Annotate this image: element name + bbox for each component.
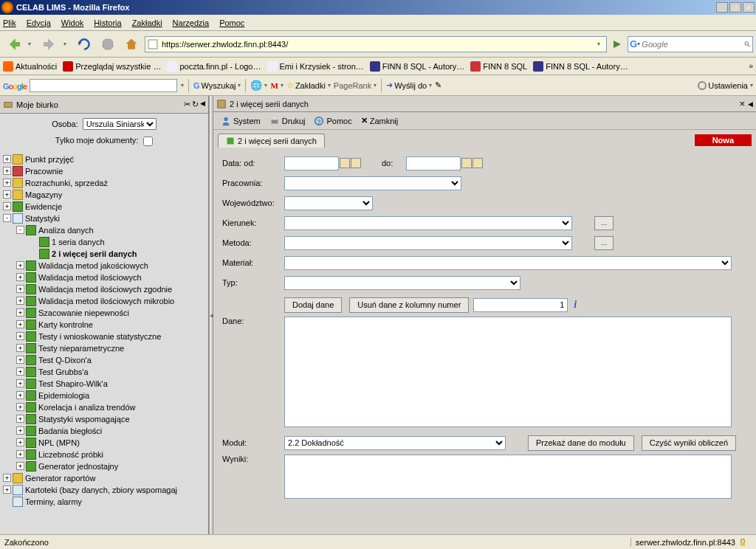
tree-item[interactable]: +Karty kontrolne [0,319,208,331]
kierunek-browse-button[interactable]: … [594,216,614,230]
tree-toggle[interactable]: + [3,179,11,187]
tree-item[interactable]: +Test Q-Dixon'a [0,354,208,366]
tree-item[interactable]: +Walidacja metod ilościowych [0,272,208,283]
input-data-do[interactable] [406,156,461,170]
czysc-button[interactable]: Czyść wyniki obliczeń [642,435,736,451]
calendar-icon[interactable] [351,158,361,168]
reload-button[interactable] [74,34,94,55]
tree-item[interactable]: +Kartoteki (bazy danych, zbiory wspomaga… [0,484,208,496]
google-search-input[interactable] [30,79,177,92]
tree-item[interactable]: +Test Shapiro-Wilk'a [0,378,208,390]
tree-toggle[interactable]: + [16,379,24,387]
clock-icon[interactable] [461,158,472,168]
go-button[interactable] [610,37,625,52]
tree-item[interactable]: +Liczebność próbki [0,449,208,460]
tree-item[interactable]: +Magazyny [0,189,208,201]
pagerank[interactable]: PageRank▾ [334,81,377,90]
tree-toggle[interactable]: + [16,356,24,364]
tree-item[interactable]: +Statystyki wspomagające [0,413,208,425]
dodaj-button[interactable]: Dodaj dane [284,297,342,313]
docs-checkbox[interactable] [143,137,153,146]
tb-pomoc[interactable]: ?Pomoc [311,114,354,128]
textarea-wyniki[interactable] [284,455,732,499]
bookmark-item[interactable]: FINN 8 SQL - Autory… [370,61,464,72]
tree-item[interactable]: +Generator raportów [0,472,208,484]
przekaz-button[interactable]: Przekaż dane do modułu [528,435,634,451]
select-typ[interactable] [284,276,520,290]
menu-edycja[interactable]: Edycja [27,18,51,27]
tree-toggle[interactable]: + [16,450,24,458]
tree-toggle[interactable]: + [16,308,24,317]
tree-toggle[interactable]: + [3,155,11,163]
select-modul[interactable]: 2.2 Dokładność [284,436,506,450]
urlbar[interactable]: ▾ [145,36,607,52]
tree-toggle[interactable]: + [3,486,11,494]
tree-toggle[interactable]: + [3,167,11,175]
tree-item[interactable]: +Testy i wnioskowanie statystyczne [0,331,208,342]
menu-historia[interactable]: Historia [94,18,121,27]
url-dropdown[interactable]: ▾ [597,41,605,47]
usun-button[interactable]: Usuń dane z kolumny numer [349,297,469,313]
tb-system[interactable]: System [218,114,264,128]
google-bookmarks[interactable]: ☆Zakładki▾ [286,80,331,90]
tree-toggle[interactable]: + [16,427,24,435]
tree-item[interactable]: +Badania biegłości [0,425,208,437]
tree-item[interactable]: +Pracownie [0,165,208,177]
forward-dropdown[interactable]: ▾ [63,41,71,47]
tree-item[interactable]: 2 i więcej serii danych [0,248,208,260]
tree-toggle[interactable]: + [16,438,24,446]
tree-item[interactable]: +Epidemiologia [0,390,208,401]
tree-toggle[interactable]: - [3,214,11,222]
input-kolumna-numer[interactable] [473,298,568,312]
sidebar-collapse-icon[interactable]: ◀ [200,100,205,109]
tree-toggle[interactable]: - [16,226,24,234]
tree-toggle[interactable]: + [3,474,11,482]
tab-active[interactable]: 2 i więcej serii danych [218,134,325,148]
tree-item[interactable]: +Korelacja i analiza trendów [0,401,208,413]
select-pracownia[interactable] [284,176,461,190]
tree-item[interactable]: +Test Grubbs'a [0,366,208,378]
tree-toggle[interactable]: + [16,332,24,340]
tree-toggle[interactable]: + [16,415,24,423]
tree-item[interactable]: +Generator jednostajny [0,460,208,472]
back-button[interactable] [3,34,25,55]
tree-toggle[interactable]: + [3,190,11,198]
back-dropdown[interactable]: ▾ [28,41,35,47]
tree-toggle[interactable]: + [3,202,11,210]
restore-button[interactable]: ❐ [729,2,741,13]
tree-item[interactable]: +Rozrachunki, sprzedaż [0,177,208,189]
menu-zakladki[interactable]: Zakładki [132,18,162,27]
sidebar-tool-icon[interactable]: ✂ [184,100,190,109]
textarea-dane[interactable] [284,317,732,427]
tree-item[interactable]: +Testy nieparametryczne [0,342,208,354]
tree-item[interactable]: +Ewidencje [0,201,208,213]
bookmark-item[interactable]: Przeglądaj wszystkie … [63,61,161,72]
google-settings[interactable]: Ustawienia▾ [698,81,753,90]
select-metoda[interactable] [284,236,572,250]
tree-item[interactable]: -Analiza danych [0,224,208,236]
menu-narzedzia[interactable]: Narzędzia [173,18,210,27]
nowa-button[interactable]: Nowa [695,134,752,146]
select-material[interactable] [284,256,732,270]
clock-icon[interactable] [340,158,350,168]
metoda-browse-button[interactable]: … [594,236,614,250]
menu-plik[interactable]: Plik [3,18,16,27]
google-search-dd[interactable]: ▾ [181,82,184,89]
tree-item[interactable]: +Walidacja metod jakościowych [0,260,208,272]
tree-toggle[interactable]: + [16,285,24,293]
url-input[interactable] [162,40,597,49]
tree-toggle[interactable]: + [16,344,24,352]
bookmark-item[interactable]: Emi i Krzysiek - stron… [267,61,364,72]
content-close-icon[interactable]: × [736,98,748,109]
google-wyszukaj[interactable]: GWyszukaj▾ [193,81,241,90]
tree-toggle[interactable]: + [16,273,24,281]
tree-toggle[interactable]: + [16,391,24,399]
tree-toggle[interactable]: + [16,320,24,328]
bookmarks-overflow[interactable]: » [749,62,753,70]
tree-toggle[interactable]: + [16,462,24,470]
search-input[interactable] [642,40,744,49]
bookmark-item[interactable]: FINN 8 SQL [470,61,527,72]
menu-widok[interactable]: Widok [61,18,84,27]
tree-toggle[interactable]: + [16,367,24,376]
tree-item[interactable]: +Walidacja metod ilościowych zgodnie [0,283,208,295]
